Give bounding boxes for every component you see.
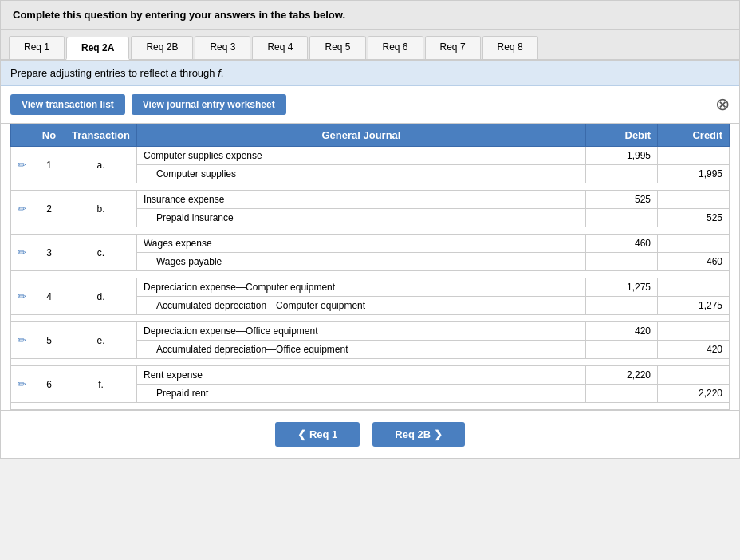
edit-icon[interactable]: ✏ bbox=[18, 203, 26, 215]
edit-cell[interactable]: ✏ bbox=[11, 147, 33, 183]
edit-cell[interactable]: ✏ bbox=[11, 235, 33, 271]
header-text: Complete this question by entering your … bbox=[13, 9, 345, 21]
entry-debit: 420 bbox=[586, 322, 658, 341]
tab-req-4[interactable]: Req 4 bbox=[252, 36, 308, 59]
journal-table: No Transaction General Journal Debit Cre… bbox=[10, 124, 730, 410]
nav-buttons: ❮ Req 1 Req 2B ❯ bbox=[1, 410, 739, 458]
entry-debit bbox=[586, 253, 658, 271]
entry-debit: 1,995 bbox=[586, 147, 658, 165]
edit-icon[interactable]: ✏ bbox=[18, 290, 26, 302]
entry-no: 2 bbox=[33, 191, 65, 227]
instruction-bar: Prepare adjusting entries to reflect a t… bbox=[1, 61, 739, 86]
entry-transaction: e. bbox=[65, 322, 137, 359]
close-icon[interactable]: ⊗ bbox=[715, 96, 730, 113]
spacer-row bbox=[11, 359, 730, 366]
edit-icon[interactable]: ✏ bbox=[18, 246, 26, 258]
entry-debit bbox=[586, 165, 658, 183]
tab-req-5[interactable]: Req 5 bbox=[309, 36, 365, 59]
tab-req-2a[interactable]: Req 2A bbox=[66, 37, 129, 60]
entry-transaction: b. bbox=[65, 191, 137, 227]
header-banner: Complete this question by entering your … bbox=[1, 1, 739, 30]
spacer-row bbox=[11, 183, 730, 191]
table-row: ✏5e.Depreciation expense—Office equipmen… bbox=[11, 322, 730, 341]
entry-transaction: a. bbox=[65, 147, 137, 183]
entry-journal: Insurance expense bbox=[136, 191, 585, 209]
view-journal-entry-worksheet-button[interactable]: View journal entry worksheet bbox=[132, 94, 286, 115]
entry-credit bbox=[658, 366, 730, 385]
entry-credit: 1,995 bbox=[658, 165, 730, 183]
col-header-credit: Credit bbox=[658, 124, 730, 147]
table-row: ✏1a.Computer supplies expense1,995 bbox=[11, 147, 730, 165]
entry-journal: Accumulated depreciation—Office equipmen… bbox=[136, 341, 585, 359]
entry-journal: Wages expense bbox=[136, 235, 585, 253]
entry-journal: Computer supplies expense bbox=[136, 147, 585, 165]
entry-credit: 420 bbox=[658, 341, 730, 359]
entry-debit bbox=[586, 385, 658, 403]
entry-credit bbox=[658, 147, 730, 165]
tab-req-6[interactable]: Req 6 bbox=[368, 36, 423, 59]
entry-credit bbox=[658, 235, 730, 253]
next-button[interactable]: Req 2B ❯ bbox=[372, 422, 464, 447]
entry-debit: 1,275 bbox=[586, 278, 658, 297]
entry-credit: 1,275 bbox=[658, 297, 730, 315]
entry-journal: Wages payable bbox=[136, 253, 585, 271]
entry-no: 4 bbox=[33, 278, 65, 315]
tab-req-8[interactable]: Req 8 bbox=[482, 36, 538, 59]
table-wrapper: No Transaction General Journal Debit Cre… bbox=[1, 124, 739, 410]
prev-button[interactable]: ❮ Req 1 bbox=[275, 422, 360, 447]
entry-no: 5 bbox=[33, 322, 65, 359]
edit-cell[interactable]: ✏ bbox=[11, 322, 33, 359]
entry-no: 6 bbox=[33, 366, 65, 403]
entry-transaction: d. bbox=[65, 278, 137, 315]
entry-journal: Depreciation expense—Office equipment bbox=[136, 322, 585, 341]
entry-debit bbox=[586, 209, 658, 227]
table-row: ✏4d.Depreciation expense—Computer equipm… bbox=[11, 278, 730, 297]
tabs-bar: Req 1Req 2AReq 2BReq 3Req 4Req 5Req 6Req… bbox=[1, 30, 739, 61]
edit-cell[interactable]: ✏ bbox=[11, 366, 33, 403]
toolbar: View transaction list View journal entry… bbox=[1, 86, 739, 124]
entry-debit: 460 bbox=[586, 235, 658, 253]
entry-debit bbox=[586, 341, 658, 359]
entry-debit: 2,220 bbox=[586, 366, 658, 385]
entry-credit: 2,220 bbox=[658, 385, 730, 403]
tab-req-1[interactable]: Req 1 bbox=[9, 36, 65, 59]
entry-transaction: c. bbox=[65, 235, 137, 271]
tab-req-7[interactable]: Req 7 bbox=[425, 36, 481, 59]
entry-journal: Computer supplies bbox=[136, 165, 585, 183]
col-header-edit bbox=[11, 124, 33, 147]
table-row: ✏3c.Wages expense460 bbox=[11, 235, 730, 253]
edit-icon[interactable]: ✏ bbox=[18, 334, 26, 346]
entry-credit bbox=[658, 322, 730, 341]
entry-credit: 460 bbox=[658, 253, 730, 271]
tab-req-2b[interactable]: Req 2B bbox=[131, 36, 193, 59]
spacer-row bbox=[11, 315, 730, 322]
edit-cell[interactable]: ✏ bbox=[11, 191, 33, 227]
instruction-text: Prepare adjusting entries to reflect a t… bbox=[10, 67, 223, 79]
entry-debit bbox=[586, 297, 658, 315]
col-header-no: No bbox=[33, 124, 65, 147]
edit-icon[interactable]: ✏ bbox=[18, 159, 26, 171]
entry-no: 1 bbox=[33, 147, 65, 183]
entry-journal: Rent expense bbox=[136, 366, 585, 385]
entry-no: 3 bbox=[33, 235, 65, 271]
tab-req-3[interactable]: Req 3 bbox=[195, 36, 250, 59]
col-header-journal: General Journal bbox=[136, 124, 585, 147]
edit-cell[interactable]: ✏ bbox=[11, 278, 33, 315]
spacer-row bbox=[11, 403, 730, 410]
col-header-transaction: Transaction bbox=[65, 124, 137, 147]
entry-credit: 525 bbox=[658, 209, 730, 227]
entry-debit: 525 bbox=[586, 191, 658, 209]
spacer-row bbox=[11, 227, 730, 235]
entry-journal: Prepaid rent bbox=[136, 385, 585, 403]
entry-journal: Accumulated depreciation—Computer equipm… bbox=[136, 297, 585, 315]
view-transaction-list-button[interactable]: View transaction list bbox=[10, 94, 125, 115]
col-header-debit: Debit bbox=[586, 124, 658, 147]
entry-transaction: f. bbox=[65, 366, 137, 403]
entry-journal: Depreciation expense—Computer equipment bbox=[136, 278, 585, 297]
entry-journal: Prepaid insurance bbox=[136, 209, 585, 227]
entry-credit bbox=[658, 278, 730, 297]
table-row: ✏2b.Insurance expense525 bbox=[11, 191, 730, 209]
spacer-row bbox=[11, 271, 730, 278]
edit-icon[interactable]: ✏ bbox=[18, 378, 26, 390]
table-row: ✏6f.Rent expense2,220 bbox=[11, 366, 730, 385]
